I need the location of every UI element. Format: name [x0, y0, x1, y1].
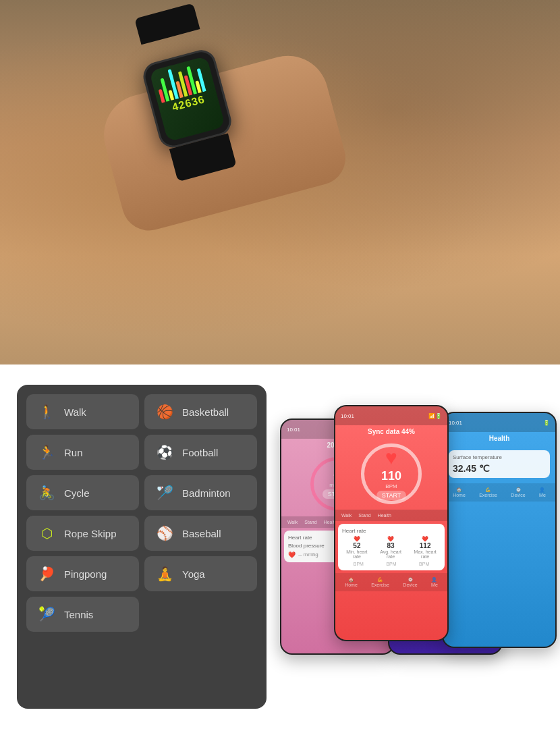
- phone-2-status: 📶🔋: [428, 413, 442, 419]
- avg-hr-value: 83: [376, 542, 405, 549]
- rope-skipp-label: Rope Skipp: [64, 528, 117, 539]
- bpm-label-avg: BPM: [386, 562, 396, 566]
- bpm-label-min: BPM: [354, 562, 364, 566]
- tennis-label: Tennis: [64, 609, 93, 620]
- heart-icon: ♥: [385, 446, 397, 469]
- run-label: Run: [64, 447, 83, 458]
- avg-hr-label: Avg. heart rate: [376, 549, 405, 559]
- phone-4-nav-exercise[interactable]: 💪Exercise: [479, 487, 497, 497]
- sport-item-basketball[interactable]: 🏀 Basketball: [144, 394, 257, 429]
- phone-2-hr-unit: BPM: [385, 483, 397, 489]
- phone-2-hr-value: 110: [381, 469, 401, 483]
- phones-stack: 10:01 📶🔋 2020-0 -- mmHg START Walk Stand…: [280, 392, 543, 702]
- nav-exercise[interactable]: 💪Exercise: [371, 577, 389, 587]
- badminton-icon: 🏸: [154, 482, 175, 504]
- max-hr-label: Max. heart rate: [410, 549, 441, 559]
- phone-card-2: 10:01 📶🔋 Sync data 44% ♥ 110 BPM START W…: [334, 405, 449, 641]
- phone-4-header: 10:01 🔋: [443, 413, 555, 432]
- pingpong-icon: 🏓: [36, 563, 57, 585]
- football-label: Football: [182, 447, 218, 458]
- walk-label: Walk: [64, 406, 86, 418]
- watch-screen: 42636: [149, 56, 225, 142]
- sport-item-baseball[interactable]: ⚾ Baseball: [144, 516, 257, 551]
- surface-temp-unit: ℃: [479, 463, 490, 474]
- min-hr-label: Min. heart rate: [342, 549, 372, 559]
- phone-2-tabs: Walk Stand Health: [335, 510, 447, 521]
- phone-4-surface-label: Surface temperature: [453, 454, 546, 460]
- phone-2-start[interactable]: START: [376, 491, 407, 500]
- phone-2-tab-stand[interactable]: Stand: [356, 512, 372, 518]
- phone-4-time: 10:01: [449, 420, 462, 426]
- phone-4-status: 🔋: [543, 420, 550, 426]
- cycle-icon: 🚴: [36, 482, 57, 504]
- phone-screens-section: 10:01 📶🔋 2020-0 -- mmHg START Walk Stand…: [280, 385, 543, 709]
- baseball-label: Baseball: [182, 528, 221, 539]
- bpm-label-max: BPM: [419, 562, 429, 566]
- pingpong-label: Pingpong: [64, 568, 107, 580]
- phone-tab-walk[interactable]: Walk: [285, 519, 300, 525]
- phone-2-bottom-nav: 🏠Home 💪Exercise ⌚Device 👤Me: [335, 573, 447, 591]
- sport-item-run[interactable]: 🏃 Run: [26, 435, 139, 470]
- phone-card-4: 10:01 🔋 Health Surface temperature 32.45…: [442, 412, 557, 648]
- phone-4-nav-me[interactable]: 👤Me: [539, 487, 546, 497]
- phone-2-header: 10:01 📶🔋: [335, 406, 447, 425]
- rope-skipp-icon: ⬡: [36, 522, 57, 544]
- phone-2-time: 10:01: [341, 413, 354, 419]
- basketball-icon: 🏀: [154, 401, 175, 423]
- sport-item-yoga[interactable]: 🧘 Yoga: [144, 556, 257, 591]
- nav-device[interactable]: ⌚Device: [403, 577, 417, 587]
- nav-me[interactable]: 👤Me: [431, 577, 438, 587]
- phone-4-nav-device[interactable]: ⌚Device: [511, 487, 525, 497]
- yoga-label: Yoga: [182, 568, 205, 580]
- surface-temp-value: 32.45: [453, 463, 476, 474]
- phone-2-tab-health[interactable]: Health: [376, 512, 393, 518]
- phone-2-heart-circle: ♥ 110 BPM START: [361, 443, 422, 504]
- hero-section: 42636: [0, 0, 560, 364]
- phone-2-sync: Sync data 44%: [335, 425, 447, 438]
- phone-4-bottom-nav: 🏠Home 💪Exercise ⌚Device 👤Me: [443, 483, 555, 502]
- sport-item-badminton[interactable]: 🏸 Badminton: [144, 475, 257, 510]
- phone-1-time: 10:01: [287, 427, 300, 433]
- yoga-icon: 🧘: [154, 563, 175, 585]
- phone-2-tab-walk[interactable]: Walk: [339, 512, 354, 518]
- phone-2-max-hr: ❤️ 112 Max. heart rate: [410, 536, 441, 559]
- min-hr-value: 52: [342, 542, 372, 549]
- tennis-icon: 🎾: [36, 603, 57, 625]
- sport-item-walk[interactable]: 🚶 Walk: [26, 394, 139, 429]
- phone-2-avg-hr: ❤️ 83 Avg. heart rate: [376, 536, 405, 559]
- phone-4-nav-home[interactable]: 🏠Home: [453, 487, 466, 497]
- sport-item-pingpong[interactable]: 🏓 Pingpong: [26, 556, 139, 591]
- badminton-label: Badminton: [182, 487, 231, 499]
- phone-2-hr-label: Heart rate: [342, 528, 441, 534]
- football-icon: ⚽: [154, 441, 175, 463]
- baseball-icon: ⚾: [154, 522, 175, 544]
- sports-modes-panel: 🚶 Walk 🏀 Basketball 🏃 Run ⚽ Football 🚴 C…: [17, 385, 267, 709]
- phone-4-data: Surface temperature 32.45 ℃: [449, 450, 550, 478]
- run-icon: 🏃: [36, 441, 57, 463]
- phone-4-sync: Health: [443, 432, 555, 445]
- cycle-label: Cycle: [64, 487, 90, 499]
- phone-2-min-hr: ❤️ 52 Min. heart rate: [342, 536, 372, 559]
- phone-tab-stand[interactable]: Stand: [302, 519, 318, 525]
- phone-2-circle-container: ♥ 110 BPM START: [335, 443, 447, 504]
- bottom-section: 🚶 Walk 🏀 Basketball 🏃 Run ⚽ Football 🚴 C…: [0, 364, 560, 729]
- sport-item-tennis[interactable]: 🎾 Tennis: [26, 597, 139, 632]
- phone-2-hr-values: ❤️ 52 Min. heart rate ❤️ 83 Avg. heart r…: [342, 536, 441, 559]
- max-hr-value: 112: [410, 542, 441, 549]
- walk-icon: 🚶: [36, 401, 57, 423]
- phone-2-data: Heart rate ❤️ 52 Min. heart rate ❤️ 83 A…: [338, 524, 445, 570]
- sport-item-football[interactable]: ⚽ Football: [144, 435, 257, 470]
- sports-grid: 🚶 Walk 🏀 Basketball 🏃 Run ⚽ Football 🚴 C…: [26, 394, 257, 632]
- sport-item-rope-skipp[interactable]: ⬡ Rope Skipp: [26, 516, 139, 551]
- sport-item-cycle[interactable]: 🚴 Cycle: [26, 475, 139, 510]
- nav-home[interactable]: 🏠Home: [345, 577, 358, 587]
- basketball-label: Basketball: [182, 406, 229, 418]
